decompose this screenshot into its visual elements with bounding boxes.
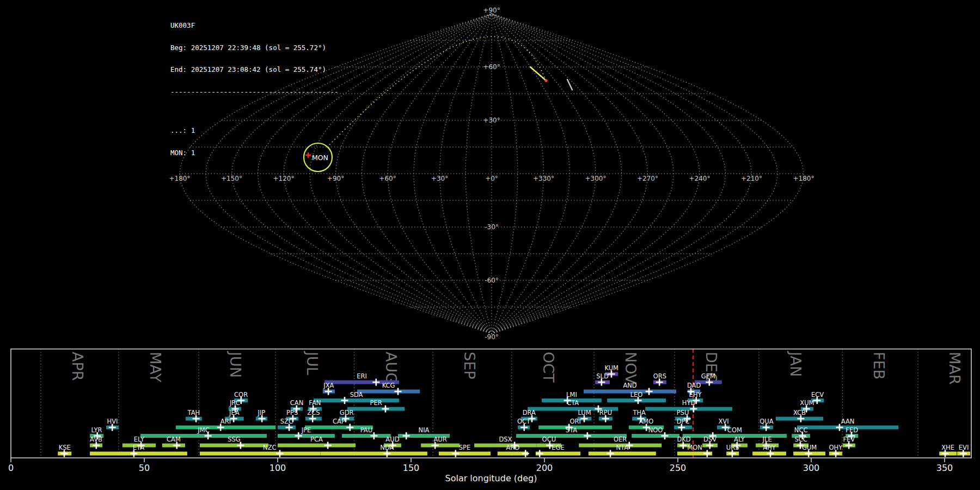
axis-tick-label: 0	[8, 463, 14, 473]
separator-line: ----------------------------------------…	[170, 88, 339, 96]
longitude-label: +300°	[585, 175, 607, 182]
activity-bar	[278, 444, 356, 448]
peak-marker	[341, 397, 348, 404]
shower-code-label: LYR	[91, 426, 102, 434]
shower-code-label: GEM	[701, 372, 715, 380]
activity-bar	[632, 434, 679, 438]
shower-JXA: JXA	[323, 382, 335, 395]
shower-code-label: NOO	[648, 426, 663, 434]
shower-code-label: PPS	[286, 409, 298, 416]
shower-code-label: OHY	[829, 444, 843, 451]
shower-code-label: PER	[370, 399, 382, 407]
shower-JIP: JIP	[256, 409, 267, 422]
peak-marker	[324, 442, 332, 449]
shower-code-label: SZC	[280, 418, 293, 425]
shower-code-label: SCC	[794, 436, 807, 443]
shower-code-label: MON	[687, 444, 702, 451]
shower-code-label: TAH	[187, 409, 200, 416]
spacer	[170, 110, 339, 112]
longitude-label: +120°	[273, 175, 295, 182]
x-axis-title: Solar longitude (deg)	[445, 473, 537, 483]
peak-marker	[403, 432, 410, 439]
axis-tick-label: 250	[670, 463, 687, 473]
longitude-label: +150°	[221, 175, 242, 182]
shower-code-label: AMO	[639, 418, 654, 425]
shower-code-label: NTA	[616, 444, 629, 451]
shower-code-label: EHY	[689, 391, 702, 399]
axis-tick-label: 300	[803, 463, 820, 473]
app-window: +90°-90°+60°+30°-30°-60°+180°+150°+120°+…	[0, 0, 980, 490]
sporadic-count: ...: 1	[170, 127, 339, 134]
shower-EVI: EVI	[957, 444, 970, 457]
month-label: APR	[69, 352, 86, 381]
meteor-analysis-plot: +90°-90°+60°+30°-30°-60°+180°+150°+120°+…	[0, 0, 980, 490]
meteor-end-tip	[544, 79, 547, 82]
shower-code-label: DKD	[677, 436, 690, 443]
axis-tick-label: 50	[139, 463, 150, 473]
shower-code-label: AND	[623, 382, 636, 389]
axis-tick-label: 350	[936, 463, 953, 473]
shower-code-label: NDA	[380, 444, 394, 451]
peak-marker	[372, 379, 379, 386]
shower-code-label: ARD	[506, 444, 520, 451]
shower-AVB: AVB	[90, 436, 102, 449]
peak-marker	[703, 450, 710, 457]
shower-SZC: SZC	[278, 418, 296, 431]
longitude-label: +60°	[379, 175, 396, 182]
shower-code-label: XUM	[800, 399, 814, 407]
shower-code-label: KCG	[382, 382, 395, 389]
shower-ZCS: ZCS	[305, 409, 322, 422]
shower-code-label: JLE	[762, 436, 772, 443]
shower-code-label: HYD	[682, 399, 696, 407]
peak-marker	[394, 388, 401, 395]
latitude-label: +60°	[483, 63, 500, 71]
shower-XHE: XHE	[939, 444, 957, 457]
pole-label-north: +90°	[483, 7, 500, 14]
month-label: NOV	[622, 352, 639, 384]
shower-code-label: AAN	[841, 418, 855, 425]
begin-time-label: Beg: 20251207 22:39:48 (sol = 255.72°)	[170, 44, 339, 52]
shower-code-label: COM	[727, 426, 742, 434]
month-label: AUG	[383, 352, 400, 384]
longitude-label: +270°	[637, 175, 658, 182]
shower-code-label: GDR	[340, 409, 354, 416]
shower-DSV: DSV	[702, 436, 718, 449]
shower-code-label: KUM	[604, 364, 618, 372]
shower-code-label: AUD	[385, 436, 399, 443]
peak-marker	[522, 450, 529, 457]
shower-code-label: NCC	[794, 426, 808, 434]
shower-code-label: JEA	[229, 409, 240, 416]
peak-marker	[584, 432, 591, 439]
shower-code-label: NZC	[263, 444, 277, 451]
info-panel: UK003F Beg: 20251207 22:39:48 (sol = 255…	[170, 7, 339, 171]
shower-code-label: CAP	[333, 418, 345, 425]
shower-code-label: LUM	[578, 409, 591, 416]
shower-code-label: HVI	[107, 418, 118, 425]
grid-meridian	[492, 14, 518, 334]
activity-bar	[200, 452, 320, 456]
activity-bar	[347, 407, 405, 411]
shower-code-label: LMI	[566, 391, 577, 399]
shower-code-label: AUR	[434, 436, 447, 443]
shower-code-label: STA	[566, 426, 577, 434]
shower-activity-timeline: APRMAYJUNJULAUGSEPOCTNOVDECJANFEBMARKUME…	[8, 349, 971, 483]
shower-code-label: JPE	[301, 426, 311, 434]
longitude-label: +90°	[327, 175, 344, 182]
month-label: JUL	[304, 351, 321, 375]
shower-TAH: TAH	[186, 409, 202, 422]
month-label: JAN	[787, 351, 804, 377]
activity-bar	[357, 390, 420, 394]
longitude-label: +0°	[485, 175, 498, 182]
shower-code-label: KSE	[59, 444, 71, 451]
shower-code-label: XCB	[793, 409, 806, 416]
shower-code-label: PSU	[677, 409, 689, 416]
activity-bar	[314, 399, 399, 402]
shower-code-label: ORI	[569, 418, 580, 425]
shower-code-label: FAN	[309, 399, 321, 407]
shower-code-label: ZCS	[307, 409, 320, 416]
activity-bar	[176, 426, 275, 430]
shower-code-label: JRC	[229, 399, 240, 407]
month-label: SEP	[461, 352, 478, 379]
shower-code-label: XVI	[718, 418, 728, 425]
activity-bar	[90, 452, 187, 456]
